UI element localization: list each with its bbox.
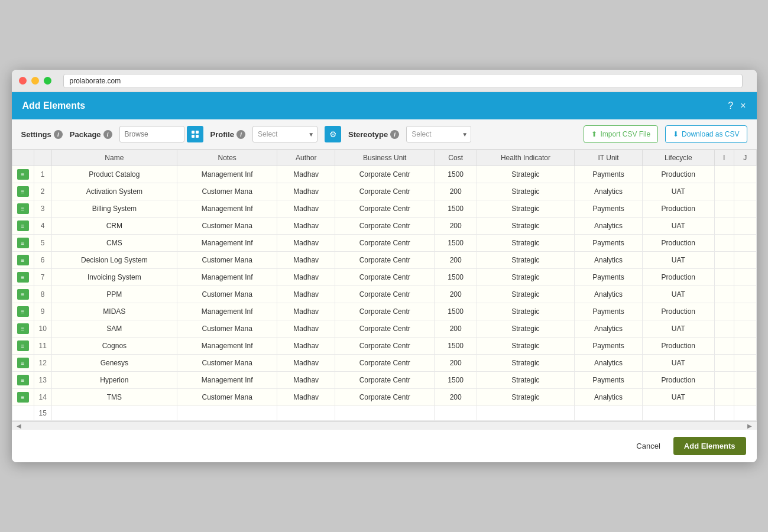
row-health-indicator: Strategic <box>477 389 574 406</box>
row-name[interactable]: TMS <box>51 389 177 406</box>
row-i <box>714 372 734 389</box>
element-icon: ≡ <box>17 289 29 300</box>
row-notes: Management Inf <box>177 269 277 286</box>
row-icon-cell <box>12 406 34 421</box>
row-name[interactable]: Product Catalog <box>51 166 177 183</box>
table-row: ≡ 1 Product Catalog Management Inf Madha… <box>12 166 756 183</box>
row-name[interactable]: Cognos <box>51 338 177 355</box>
row-num-cell: 7 <box>34 269 51 286</box>
row-num-cell: 14 <box>34 389 51 406</box>
row-name[interactable]: MIDAS <box>51 303 177 320</box>
row-health-indicator: Strategic <box>477 303 574 320</box>
row-name[interactable]: Hyperion <box>51 372 177 389</box>
row-i <box>714 338 734 355</box>
row-it-unit: Payments <box>575 269 643 286</box>
element-icon: ≡ <box>17 203 29 214</box>
row-num-cell: 10 <box>34 320 51 338</box>
row-name[interactable]: Decision Log System <box>51 252 177 269</box>
stereotype-select[interactable]: Select <box>406 126 471 142</box>
svg-rect-0 <box>192 131 195 134</box>
element-icon: ≡ <box>17 392 29 403</box>
scroll-left-arrow[interactable]: ◀ <box>14 423 24 429</box>
row-lifecycle: UAT <box>643 389 715 406</box>
elements-table: Name Notes Author Business Unit Cost Hea… <box>12 150 757 421</box>
stereotype-info-icon[interactable]: i <box>390 130 399 139</box>
element-icon: ≡ <box>17 358 29 368</box>
profile-info-icon[interactable]: i <box>236 130 245 139</box>
row-name[interactable]: SAM <box>51 320 177 338</box>
table-row: 15 <box>12 406 756 421</box>
row-i <box>714 269 734 286</box>
dialog-footer: Cancel Add Elements <box>12 430 757 462</box>
import-csv-button[interactable]: ⬆ Import CSV File <box>584 125 658 143</box>
table-row: ≡ 12 Genesys Customer Mana Madhav Corpor… <box>12 355 756 372</box>
row-lifecycle: UAT <box>643 183 715 200</box>
row-name[interactable]: Genesys <box>51 355 177 372</box>
package-info-icon[interactable]: i <box>103 130 112 139</box>
row-num-cell: 12 <box>34 355 51 372</box>
row-notes: Management Inf <box>177 200 277 218</box>
horizontal-scrollbar[interactable]: ◀ ▶ <box>12 421 757 430</box>
add-elements-button[interactable]: Add Elements <box>673 437 746 455</box>
row-name[interactable]: Invoicing System <box>51 269 177 286</box>
row-i <box>714 166 734 183</box>
row-it-unit: Analytics <box>575 183 643 200</box>
row-notes: Customer Mana <box>177 389 277 406</box>
element-icon: ≡ <box>17 306 29 317</box>
titlebar: prolaborate.com <box>12 70 757 92</box>
row-business-unit: Corporate Centr <box>335 183 435 200</box>
row-j <box>734 372 756 389</box>
row-i <box>714 303 734 320</box>
table-row: ≡ 7 Invoicing System Management Inf Madh… <box>12 269 756 286</box>
browse-input[interactable] <box>119 126 184 142</box>
row-health-indicator: Strategic <box>477 218 574 235</box>
row-j <box>734 320 756 338</box>
row-name[interactable]: Billing System <box>51 200 177 218</box>
row-cost: 1500 <box>435 235 477 252</box>
download-csv-button[interactable]: ⬇ Download as CSV <box>665 125 747 143</box>
row-cost: 200 <box>435 320 477 338</box>
row-name[interactable]: CMS <box>51 235 177 252</box>
row-notes: Customer Mana <box>177 355 277 372</box>
row-author: Madhav <box>277 269 335 286</box>
row-it-unit: Analytics <box>575 252 643 269</box>
minimize-window-button[interactable] <box>31 77 39 85</box>
element-icon: ≡ <box>17 323 29 334</box>
upload-icon: ⬆ <box>591 130 597 138</box>
browse-button[interactable] <box>187 126 203 142</box>
scroll-right-arrow[interactable]: ▶ <box>745 423 754 429</box>
element-icon: ≡ <box>17 220 29 231</box>
profile-select[interactable]: Select <box>252 126 317 142</box>
row-it-unit: Analytics <box>575 355 643 372</box>
row-i <box>714 235 734 252</box>
row-lifecycle: Production <box>643 269 715 286</box>
dialog-header: Add Elements ? × <box>12 92 757 119</box>
profile-gear-button[interactable]: ⚙ <box>325 126 341 142</box>
element-icon: ≡ <box>17 340 29 351</box>
close-dialog-icon[interactable]: × <box>740 100 746 111</box>
row-cost: 1500 <box>435 303 477 320</box>
row-name[interactable]: PPM <box>51 286 177 303</box>
row-j <box>734 338 756 355</box>
row-it-unit: Payments <box>575 235 643 252</box>
close-window-button[interactable] <box>19 77 27 85</box>
browse-section <box>119 126 203 142</box>
col-author: Author <box>277 150 335 166</box>
row-name[interactable]: CRM <box>51 218 177 235</box>
row-j <box>734 269 756 286</box>
settings-info-icon[interactable]: i <box>54 130 63 139</box>
row-icon-cell: ≡ <box>12 252 34 269</box>
cancel-button[interactable]: Cancel <box>629 438 667 454</box>
url-bar[interactable]: prolaborate.com <box>63 74 743 88</box>
row-icon-cell: ≡ <box>12 235 34 252</box>
row-health-indicator: Strategic <box>477 252 574 269</box>
row-name[interactable]: Activation System <box>51 183 177 200</box>
row-health-indicator: Strategic <box>477 320 574 338</box>
grid-icon <box>191 130 199 138</box>
row-j <box>734 252 756 269</box>
row-num-cell: 2 <box>34 183 51 200</box>
row-health-indicator: Strategic <box>477 355 574 372</box>
maximize-window-button[interactable] <box>44 77 51 85</box>
row-lifecycle: UAT <box>643 355 715 372</box>
help-icon[interactable]: ? <box>728 100 733 111</box>
